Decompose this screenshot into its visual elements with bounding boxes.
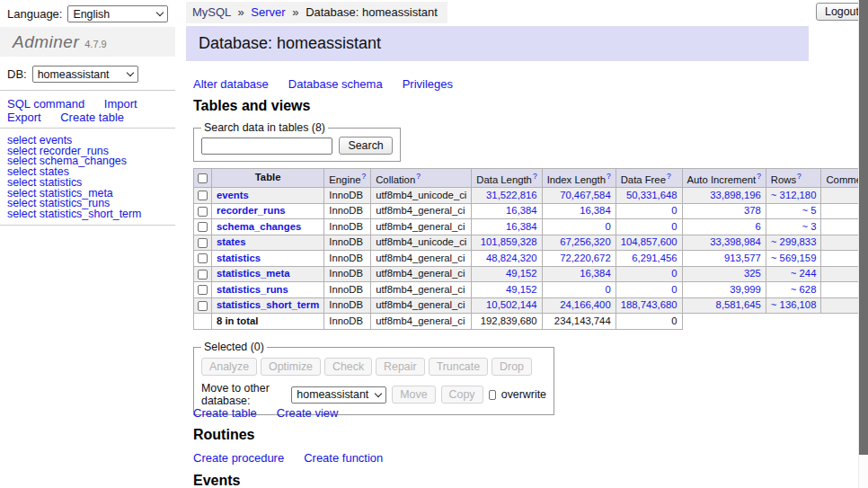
- table-link-states[interactable]: states: [217, 236, 246, 247]
- table-link-recorder_runs[interactable]: recorder_runs: [217, 205, 286, 216]
- selected-legend: Selected (0): [201, 341, 267, 353]
- table-link-schema_changes[interactable]: schema_changes: [217, 221, 301, 232]
- select-all-checkbox[interactable]: [198, 173, 208, 183]
- column-header-collation: Collation?: [371, 169, 472, 188]
- data-length-value[interactable]: 49,152: [506, 268, 537, 279]
- index-length-value[interactable]: 72,220,672: [560, 253, 611, 263]
- truncate-button[interactable]: Truncate: [429, 358, 488, 376]
- rows-value[interactable]: ~ 299,833: [771, 236, 817, 247]
- analyze-button[interactable]: Analyze: [201, 358, 257, 376]
- auto-increment-value[interactable]: 6: [756, 221, 761, 232]
- drop-button[interactable]: Drop: [492, 358, 532, 376]
- selected-fieldset: Selected (0) AnalyzeOptimizeCheckRepairT…: [193, 341, 554, 415]
- help-link[interactable]: ?: [533, 172, 537, 181]
- check-button[interactable]: Check: [324, 358, 372, 376]
- data-free-value[interactable]: 6,291,456: [632, 253, 677, 263]
- search-input[interactable]: [201, 138, 332, 155]
- row-checkbox[interactable]: [198, 222, 208, 232]
- create-link[interactable]: Create table: [193, 406, 257, 420]
- optimize-button[interactable]: Optimize: [261, 358, 321, 376]
- help-link[interactable]: ?: [607, 172, 611, 181]
- data-length-value[interactable]: 48,824,320: [486, 253, 537, 263]
- create-link[interactable]: Create view: [277, 406, 339, 420]
- copy-button[interactable]: Copy: [441, 386, 483, 404]
- routine-create-link[interactable]: Create procedure: [193, 451, 284, 465]
- row-checkbox[interactable]: [198, 253, 208, 263]
- help-link[interactable]: ?: [667, 172, 671, 181]
- help-link[interactable]: ?: [416, 172, 421, 181]
- rows-value[interactable]: ~ 628: [791, 284, 817, 295]
- rows-value[interactable]: ~ 136,108: [771, 299, 817, 310]
- breadcrumb-link-mysql[interactable]: MySQL: [192, 5, 231, 19]
- rows-value[interactable]: ~ 5: [802, 205, 816, 216]
- rows-value[interactable]: ~ 3: [802, 221, 816, 232]
- data-length-value[interactable]: 49,152: [506, 284, 537, 295]
- auto-increment-value[interactable]: 378: [744, 205, 761, 216]
- data-free-value[interactable]: 0: [671, 221, 677, 232]
- breadcrumb-link-server[interactable]: Server: [251, 5, 285, 19]
- index-length-value[interactable]: 16,384: [580, 268, 611, 279]
- row-checkbox[interactable]: [198, 285, 208, 295]
- index-length-value[interactable]: 0: [605, 284, 610, 295]
- sidebar-link-import[interactable]: Import: [104, 97, 137, 111]
- index-length-value[interactable]: 70,467,584: [560, 190, 611, 200]
- index-length-value[interactable]: 16,384: [580, 205, 611, 216]
- data-free-value[interactable]: 0: [671, 205, 677, 216]
- data-length-value[interactable]: 16,384: [506, 221, 537, 232]
- auto-increment-value[interactable]: 33,898,196: [710, 190, 761, 200]
- table-link-statistics_short_term[interactable]: statistics_short_term: [217, 299, 319, 310]
- auto-increment-value[interactable]: 8,581,645: [716, 299, 761, 310]
- data-length-value[interactable]: 31,522,816: [486, 190, 537, 200]
- help-link[interactable]: ?: [361, 172, 366, 181]
- data-free-value[interactable]: 50,331,648: [626, 190, 678, 200]
- table-link-statistics[interactable]: statistics: [217, 253, 261, 263]
- app-version-link[interactable]: 4.7.9: [84, 39, 106, 49]
- sidebar-link-create-table[interactable]: Create table: [60, 111, 124, 124]
- rows-value[interactable]: ~ 569,159: [771, 253, 817, 263]
- database-action-link[interactable]: Database schema: [288, 77, 383, 91]
- data-length-value[interactable]: 10,502,144: [486, 299, 537, 310]
- scrollbar-thumb[interactable]: [859, 0, 868, 455]
- index-length-value[interactable]: 24,166,400: [560, 299, 611, 310]
- rows-value[interactable]: ~ 312,180: [771, 190, 817, 200]
- help-link[interactable]: ?: [757, 172, 761, 181]
- row-checkbox[interactable]: [198, 238, 208, 248]
- sidebar-select-link[interactable]: select statistics_short_term: [7, 209, 141, 220]
- sidebar-link-export[interactable]: Export: [7, 111, 41, 124]
- auto-increment-value[interactable]: 33,398,984: [710, 236, 761, 247]
- move-button[interactable]: Move: [392, 386, 435, 404]
- search-button[interactable]: Search: [339, 137, 392, 155]
- auto-increment-value[interactable]: 913,577: [724, 253, 761, 263]
- table-link-events[interactable]: events: [217, 190, 249, 200]
- routine-create-link[interactable]: Create function: [304, 451, 383, 465]
- data-length-value[interactable]: 16,384: [506, 205, 537, 216]
- auto-increment-value[interactable]: 39,999: [730, 284, 761, 295]
- data-free-value[interactable]: 0: [671, 268, 677, 279]
- rows-value[interactable]: ~ 244: [791, 268, 817, 279]
- database-action-link[interactable]: Alter database: [193, 77, 269, 91]
- table-link-statistics_meta[interactable]: statistics_meta: [217, 268, 290, 279]
- data-free-value[interactable]: 104,857,600: [621, 236, 678, 247]
- table-link-statistics_runs[interactable]: statistics_runs: [217, 284, 288, 295]
- index-length-value[interactable]: 67,256,320: [560, 236, 611, 247]
- database-action-link[interactable]: Privileges: [403, 77, 453, 91]
- overwrite-checkbox[interactable]: [489, 390, 496, 400]
- vertical-scrollbar[interactable]: [858, 0, 868, 488]
- sidebar-divider: [0, 128, 175, 129]
- column-header-index-length: Index Length?: [542, 169, 616, 188]
- move-database-select[interactable]: homeassistant: [291, 386, 386, 404]
- row-checkbox[interactable]: [198, 270, 208, 279]
- db-select[interactable]: homeassistant: [32, 66, 138, 83]
- data-length-value[interactable]: 101,859,328: [481, 236, 537, 247]
- breadcrumb-separator: »: [292, 5, 298, 19]
- data-free-value[interactable]: 0: [671, 284, 677, 295]
- index-length-value[interactable]: 0: [605, 221, 610, 232]
- auto-increment-value[interactable]: 325: [744, 268, 761, 279]
- data-free-value[interactable]: 188,743,680: [621, 299, 678, 310]
- sidebar-link-sql-command[interactable]: SQL command: [7, 97, 84, 111]
- row-checkbox[interactable]: [198, 301, 208, 311]
- row-checkbox[interactable]: [198, 191, 208, 200]
- repair-button[interactable]: Repair: [376, 358, 425, 376]
- row-checkbox[interactable]: [198, 207, 208, 217]
- help-link[interactable]: ?: [797, 172, 802, 181]
